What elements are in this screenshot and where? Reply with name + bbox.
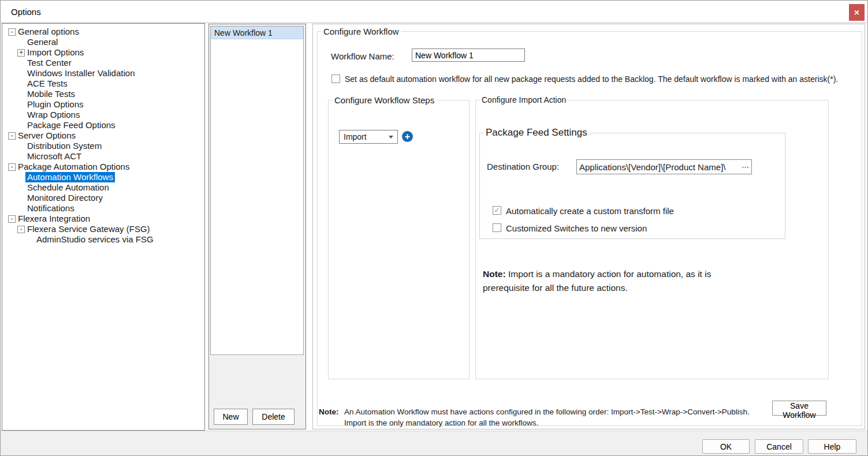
package-feed-settings-group: Package Feed Settings Destination Group:…: [479, 127, 785, 239]
tree-item-label: Automation Workflows: [25, 172, 115, 182]
plus-expander-icon[interactable]: +: [17, 49, 25, 57]
workflow-step-dropdown[interactable]: Import: [339, 130, 398, 144]
destination-group-input[interactable]: Applications\[Vendor]\[Product Name]\ ⋯: [576, 159, 752, 174]
tree-item-monitored-directory[interactable]: Monitored Directory: [2, 193, 204, 203]
tree-item-adminstudio-services-via-fsg[interactable]: AdminStudio services via FSG: [2, 234, 204, 245]
default-workflow-checkbox-label: Set as default automation workflow for a…: [345, 74, 838, 84]
tree-item-label: Plugin Options: [25, 99, 85, 110]
new-workflow-button[interactable]: New: [214, 409, 248, 425]
browse-ellipsis-icon[interactable]: ⋯: [740, 163, 749, 171]
tree-item-label: Microsoft ACT: [25, 151, 83, 162]
minus-expander-icon[interactable]: -: [8, 132, 16, 140]
tree-item-wrap-options[interactable]: Wrap Options: [2, 110, 204, 120]
tree-item-package-automation-options[interactable]: -Package Automation Options: [2, 162, 204, 172]
tree-item-label: Distribution System: [25, 141, 103, 151]
tree-item-flexera-service-gateway-fsg[interactable]: -Flexera Service Gateway (FSG): [2, 224, 204, 234]
title-bar: Options ✕: [1, 1, 867, 23]
tree-item-general-options[interactable]: -General options: [2, 27, 204, 37]
tree-item-label: Import Options: [25, 47, 85, 58]
tree-item-label: Notifications: [25, 203, 76, 214]
tree-item-general[interactable]: General: [2, 37, 204, 47]
tree-item-schedule-automation[interactable]: Schedule Automation: [2, 182, 204, 193]
auto-transform-checkbox[interactable]: ✓: [493, 206, 501, 215]
cancel-button[interactable]: Cancel: [755, 439, 803, 454]
tree-item-label: Mobile Tests: [25, 89, 77, 99]
workflow-order-note-line1: An Automation Workflow must have actions…: [344, 406, 750, 417]
tree-item-test-center[interactable]: Test Center: [2, 58, 204, 68]
minus-expander-icon[interactable]: -: [8, 163, 16, 171]
close-icon: ✕: [854, 9, 859, 17]
configure-workflow-group-title: Configure Workflow: [321, 27, 401, 36]
tree-item-label: Schedule Automation: [25, 182, 111, 193]
import-action-note-text: Import is a mandatory action for automat…: [483, 269, 711, 293]
tree-item-label: Server Options: [16, 130, 77, 141]
list-item-new-workflow-1[interactable]: New Workflow 1: [211, 27, 303, 39]
workflow-step-value: Import: [344, 132, 367, 141]
add-step-button[interactable]: +: [402, 131, 413, 142]
workflow-name-label: Workflow Name:: [331, 51, 394, 61]
ok-button[interactable]: OK: [702, 439, 750, 454]
workflow-order-note-label: Note:: [319, 406, 339, 417]
tree-item-automation-workflows[interactable]: Automation Workflows: [2, 172, 204, 182]
tree-item-label: Test Center: [25, 58, 73, 68]
options-tree: -General optionsGeneral+Import OptionsTe…: [2, 23, 205, 431]
import-action-note-label: Note:: [483, 269, 506, 279]
minus-expander-icon[interactable]: -: [8, 28, 16, 36]
tree-item-label: Flexera Service Gateway (FSG): [25, 224, 152, 234]
dialog-footer: OK Cancel Help: [1, 431, 867, 456]
close-button[interactable]: ✕: [849, 4, 865, 21]
configure-workflow-group: Configure Workflow Workflow Name: Set as…: [317, 27, 862, 426]
tree-item-server-options[interactable]: -Server Options: [2, 130, 204, 141]
tree-item-label: Package Feed Options: [25, 120, 117, 130]
workflow-order-note-line2: Import is the only mandatory action for …: [344, 417, 750, 428]
minus-expander-icon[interactable]: -: [17, 226, 25, 233]
package-feed-settings-title: Package Feed Settings: [483, 127, 590, 139]
plus-icon: +: [405, 132, 410, 141]
tree-item-label: ACE Tests: [25, 79, 69, 89]
workflow-list-panel: New Workflow 1 New Delete: [208, 24, 306, 429]
options-dialog: Options ✕ -General optionsGeneral+Import…: [0, 0, 868, 456]
tree-item-microsoft-act[interactable]: Microsoft ACT: [2, 151, 204, 162]
tree-item-flexera-integration[interactable]: -Flexera Integration: [2, 214, 204, 224]
tree-item-label: Package Automation Options: [16, 162, 131, 172]
configure-workflow-panel: Configure Workflow Workflow Name: Set as…: [312, 24, 865, 429]
window-title: Options: [11, 7, 41, 17]
configure-import-action-group: Configure Import Action Package Feed Set…: [475, 95, 829, 379]
save-workflow-button[interactable]: Save Workflow: [772, 401, 826, 416]
workflow-list: New Workflow 1: [210, 26, 304, 355]
tree-item-mobile-tests[interactable]: Mobile Tests: [2, 89, 204, 99]
destination-group-label: Destination Group:: [487, 162, 559, 171]
workflow-order-note: Note: An Automation Workflow must have a…: [319, 406, 750, 428]
tree-item-label: Monitored Directory: [25, 193, 105, 203]
configure-import-action-title: Configure Import Action: [479, 95, 568, 104]
tree-item-label: General options: [16, 27, 81, 37]
chevron-down-icon: [389, 136, 393, 139]
tree-item-ace-tests[interactable]: ACE Tests: [2, 79, 204, 89]
tree-item-windows-installer-validation[interactable]: Windows Installer Validation: [2, 68, 204, 79]
tree-item-label: AdminStudio services via FSG: [35, 234, 155, 245]
customized-switches-checkbox[interactable]: [493, 223, 501, 232]
tree-item-notifications[interactable]: Notifications: [2, 203, 204, 214]
default-workflow-checkbox[interactable]: [331, 74, 340, 83]
minus-expander-icon[interactable]: -: [8, 215, 16, 223]
tree-item-label: General: [25, 37, 59, 47]
tree-item-plugin-options[interactable]: Plugin Options: [2, 99, 204, 110]
import-action-note: Note: Import is a mandatory action for a…: [483, 267, 737, 295]
tree-item-label: Windows Installer Validation: [25, 68, 136, 79]
customized-switches-checkbox-label: Customized Switches to new version: [506, 223, 647, 233]
delete-workflow-button[interactable]: Delete: [252, 409, 295, 425]
destination-group-value: Applications\[Vendor]\[Product Name]\: [579, 162, 725, 172]
workflow-name-input[interactable]: [412, 48, 525, 62]
tree-item-distribution-system[interactable]: Distribution System: [2, 141, 204, 151]
tree-item-label: Wrap Options: [25, 110, 81, 120]
tree-item-import-options[interactable]: +Import Options: [2, 47, 204, 58]
tree-item-label: Flexera Integration: [16, 214, 92, 224]
configure-workflow-steps-group: Configure Workflow Steps Import +: [328, 95, 470, 379]
tree-item-package-feed-options[interactable]: Package Feed Options: [2, 120, 204, 130]
help-button[interactable]: Help: [808, 439, 856, 454]
auto-transform-checkbox-label: Automatically create a custom transform …: [506, 206, 674, 216]
configure-workflow-steps-title: Configure Workflow Steps: [332, 95, 437, 105]
